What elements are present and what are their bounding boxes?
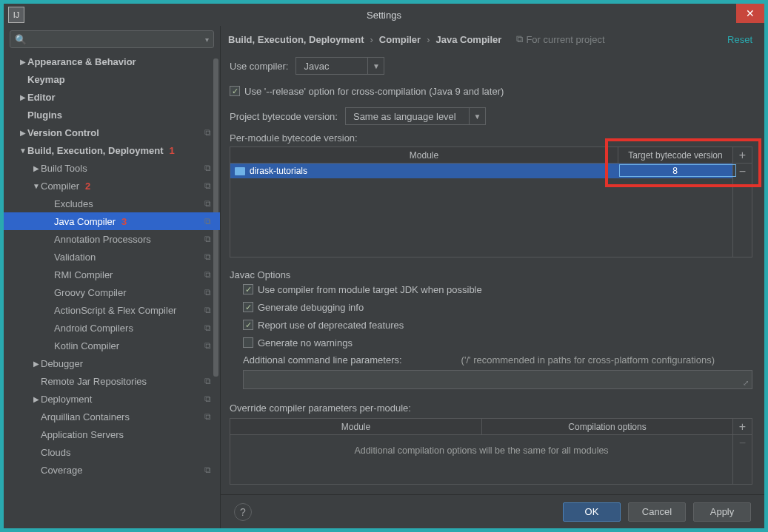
tree-arrow-icon: ▶: [19, 58, 27, 66]
app-icon: IJ: [8, 7, 24, 23]
tree-label: ActionScript & Flex Compiler: [54, 305, 176, 316]
project-badge-icon: ⧉: [204, 287, 211, 297]
tree-label: Build, Execution, Deployment: [27, 145, 163, 156]
javac-opt4-checkbox[interactable]: [243, 337, 253, 348]
project-badge-icon: ⧉: [204, 376, 211, 386]
javac-opt3-checkbox[interactable]: ✓: [243, 320, 253, 330]
javac-opt1-checkbox[interactable]: ✓: [243, 284, 253, 294]
javac-opt2-checkbox[interactable]: ✓: [243, 302, 253, 312]
override-col1[interactable]: Module: [230, 419, 482, 434]
project-bytecode-dropdown[interactable]: Same as language level▼: [345, 107, 486, 125]
tree-label: Editor: [27, 92, 56, 103]
tree-label: Appearance & Behavior: [27, 56, 136, 67]
project-badge-icon: ⧉: [204, 340, 211, 351]
tree-item[interactable]: Keymap: [4, 70, 220, 88]
tree-label: Android Compilers: [54, 323, 133, 334]
tree-arrow-icon: ▶: [32, 164, 41, 172]
tree-item[interactable]: Java Compiler3⧉: [4, 212, 220, 230]
cancel-button[interactable]: Cancel: [628, 502, 686, 522]
project-badge-icon: ⧉: [204, 269, 211, 280]
tree-arrow-icon: ▼: [19, 147, 27, 155]
expand-icon[interactable]: ⤢: [743, 379, 749, 387]
tree-label: Kotlin Compiler: [54, 340, 119, 351]
tree-item[interactable]: ▶Build Tools⧉: [4, 159, 220, 177]
tree-item[interactable]: Coverage⧉: [4, 461, 220, 479]
tree-item[interactable]: Validation⧉: [4, 248, 220, 266]
reset-link[interactable]: Reset: [727, 34, 752, 45]
javac-opt2-label: Generate debugging info: [258, 302, 364, 313]
cmdline-input[interactable]: ⤢: [243, 370, 752, 389]
table-row[interactable]: dirask-tutorials 8: [230, 164, 732, 178]
tree-item[interactable]: ▶Version Control⧉: [4, 124, 220, 141]
tree-label: Build Tools: [41, 163, 87, 174]
use-compiler-label: Use compiler:: [230, 61, 288, 72]
remove-button[interactable]: −: [733, 164, 752, 180]
tree-item[interactable]: Application Servers: [4, 425, 220, 443]
add-button[interactable]: +: [733, 147, 752, 164]
tree-label: Coverage: [41, 465, 82, 476]
tree-label: Application Servers: [41, 429, 124, 440]
tree-label: Plugins: [27, 110, 62, 121]
project-badge-icon: ⧉: [204, 252, 211, 262]
tree-item[interactable]: Remote Jar Repositories⧉: [4, 372, 220, 390]
for-project-label: ⧉For current project: [516, 33, 604, 45]
tree-label: Groovy Compiler: [54, 287, 127, 298]
search-input[interactable]: 🔍 ▾: [10, 30, 214, 48]
tree-item[interactable]: ▼Build, Execution, Deployment1: [4, 141, 220, 159]
module-header[interactable]: Module: [230, 147, 618, 163]
project-badge-icon: ⧉: [204, 411, 211, 422]
tree-item[interactable]: Clouds: [4, 443, 220, 461]
tree-item[interactable]: Groovy Compiler⧉: [4, 283, 220, 301]
window-title: Settings: [4, 10, 764, 21]
tree-item[interactable]: Annotation Processors⧉: [4, 230, 220, 248]
target-header[interactable]: Target bytecode version: [618, 147, 732, 163]
cmdline-label: Additional command line parameters:: [243, 354, 402, 366]
tree-item[interactable]: ActionScript & Flex Compiler⧉: [4, 301, 220, 319]
settings-tree[interactable]: ▶Appearance & BehaviorKeymap▶EditorPlugi…: [4, 53, 220, 528]
tree-item[interactable]: Android Compilers⧉: [4, 319, 220, 337]
tree-item[interactable]: Kotlin Compiler⧉: [4, 337, 220, 354]
tree-label: Deployment: [41, 394, 92, 405]
tree-item[interactable]: RMI Compiler⧉: [4, 266, 220, 283]
use-compiler-dropdown[interactable]: Javac▼: [295, 57, 384, 75]
tree-item[interactable]: ▶Appearance & Behavior: [4, 53, 220, 70]
tree-arrow-icon: ▶: [32, 360, 41, 368]
cmdline-hint: ('/' recommended in paths for cross-plat…: [461, 354, 715, 366]
target-value[interactable]: 8: [618, 164, 732, 178]
help-button[interactable]: ?: [234, 503, 252, 521]
chevron-right-icon: ›: [370, 34, 373, 45]
tree-arrow-icon: ▶: [32, 395, 41, 403]
add-button[interactable]: +: [733, 419, 752, 435]
project-badge-icon: ⧉: [204, 234, 211, 244]
tree-label: Validation: [54, 252, 96, 263]
tree-item[interactable]: Excludes⧉: [4, 195, 220, 212]
tree-label: Keymap: [27, 74, 65, 85]
chevron-down-icon: ▼: [469, 108, 485, 124]
ok-button[interactable]: OK: [563, 502, 621, 522]
tree-item[interactable]: ▶Debugger: [4, 354, 220, 372]
tree-item[interactable]: ▶Editor: [4, 88, 220, 106]
project-badge-icon: ⧉: [204, 181, 211, 191]
release-checkbox[interactable]: ✓: [230, 86, 240, 96]
project-badge-icon: ⧉: [204, 127, 211, 138]
tree-label: Annotation Processors: [54, 234, 151, 245]
close-button[interactable]: ✕: [736, 4, 764, 23]
tree-label: Remote Jar Repositories: [41, 376, 147, 387]
tree-label: Version Control: [27, 127, 99, 138]
javac-opt4-label: Generate no warnings: [258, 337, 353, 349]
module-name: dirask-tutorials: [250, 166, 307, 176]
javac-options-title: Javac Options: [230, 269, 752, 280]
project-badge-icon: ⧉: [204, 394, 211, 404]
override-col2[interactable]: Compilation options: [482, 419, 732, 434]
annotation-mark: 2: [85, 181, 90, 192]
crumb-c[interactable]: Java Compiler: [436, 34, 502, 45]
tree-item[interactable]: Plugins: [4, 106, 220, 124]
crumb-a[interactable]: Build, Execution, Deployment: [228, 34, 364, 45]
tree-item[interactable]: Arquillian Containers⧉: [4, 408, 220, 425]
tree-item[interactable]: ▶Deployment⧉: [4, 390, 220, 408]
chevron-down-icon: ▾: [205, 36, 209, 44]
tree-arrow-icon: ▶: [19, 129, 27, 137]
apply-button[interactable]: Apply: [693, 502, 751, 522]
tree-item[interactable]: ▼Compiler2⧉: [4, 177, 220, 195]
crumb-b[interactable]: Compiler: [379, 34, 421, 45]
